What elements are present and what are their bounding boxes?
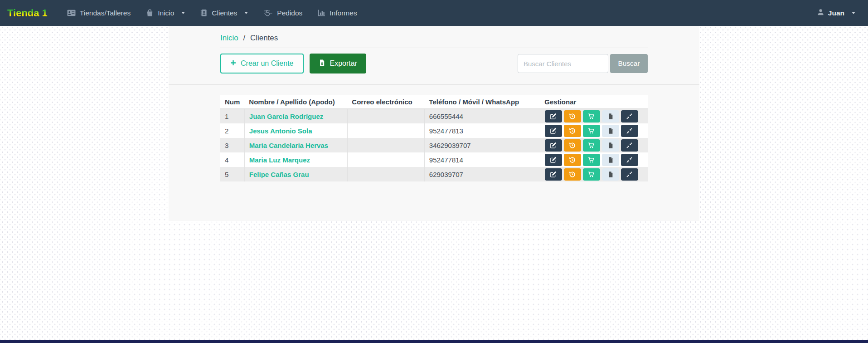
table-row: 4 Maria Luz Marquez 952477814: [220, 152, 648, 167]
cart-icon: [588, 142, 595, 149]
edit-icon: [550, 142, 557, 149]
edit-button[interactable]: [545, 154, 562, 166]
user-menu[interactable]: Juan: [811, 9, 862, 17]
client-name-link[interactable]: Felipe Cañas Grau: [249, 171, 309, 178]
row-actions: [545, 110, 643, 122]
chevron-down-icon: [244, 12, 248, 14]
nav-item-label: Clientes: [212, 9, 237, 17]
row-actions: [545, 168, 643, 181]
document-icon: [607, 142, 614, 149]
breadcrumb-separator: /: [243, 34, 245, 42]
history-icon: [569, 113, 576, 120]
nav-item-label: Inicio: [158, 9, 174, 17]
cart-button[interactable]: [583, 110, 600, 122]
breadcrumb-current: Clientes: [250, 34, 278, 42]
nav-item-label: Tiendas/Talleres: [80, 9, 131, 17]
export-label: Exportar: [330, 59, 357, 68]
clients-table: Num Nombre / Apellido (Apodo) Correo ele…: [220, 95, 648, 181]
client-name-link[interactable]: Maria Candelaria Hervas: [249, 142, 328, 149]
cart-button[interactable]: [583, 125, 600, 137]
history-icon: [569, 142, 576, 149]
edit-icon: [550, 157, 557, 163]
row-phone: 34629039707: [424, 138, 540, 152]
toolbar: Crear un Cliente Exportar Buscar: [220, 54, 648, 74]
cart-button[interactable]: [583, 139, 600, 152]
header-phone: Teléfono / Móvil / WhatsApp: [424, 95, 540, 109]
edit-icon: [550, 171, 557, 178]
cart-button[interactable]: [583, 154, 600, 166]
create-client-button[interactable]: Crear un Cliente: [220, 54, 304, 74]
compress-button[interactable]: [621, 110, 638, 122]
table-row: 1 Juan García Rodríguez 666555444: [220, 109, 648, 123]
nav-item-clientes[interactable]: Clientes: [193, 0, 256, 26]
create-client-label: Crear un Cliente: [241, 59, 294, 68]
table-row: 5 Felipe Cañas Grau 629039707: [220, 167, 648, 181]
row-actions: [545, 125, 643, 137]
chevron-down-icon: [181, 12, 185, 14]
row-actions: [545, 154, 643, 166]
row-phone: 666555444: [424, 109, 540, 123]
row-num: 4: [220, 152, 244, 167]
cart-button[interactable]: [583, 168, 600, 181]
row-email: [347, 109, 424, 123]
edit-button[interactable]: [545, 168, 562, 181]
history-icon: [569, 157, 576, 163]
history-button[interactable]: [564, 139, 581, 152]
cart-icon: [588, 171, 595, 178]
document-button[interactable]: [602, 125, 619, 137]
edit-button[interactable]: [545, 110, 562, 122]
header-name: Nombre / Apellido (Apodo): [244, 95, 347, 109]
table-header-row: Num Nombre / Apellido (Apodo) Correo ele…: [220, 95, 648, 109]
table-row: 3 Maria Candelaria Hervas 34629039707: [220, 138, 648, 152]
nav-item-inicio[interactable]: Inicio: [138, 0, 193, 26]
breadcrumb-home-link[interactable]: Inicio: [220, 34, 238, 42]
nav-item-label: Informes: [330, 9, 357, 17]
table-body: 1 Juan García Rodríguez 666555444: [220, 109, 648, 181]
compress-button[interactable]: [621, 125, 638, 137]
row-email: [347, 123, 424, 138]
search-input[interactable]: [518, 54, 608, 73]
nav-item-pedidos[interactable]: Pedidos: [256, 0, 310, 26]
navbar: Tienda 1 Tiendas/Talleres Inicio Cliente…: [0, 0, 868, 26]
bottom-accent-bar: [0, 340, 868, 343]
document-button[interactable]: [602, 154, 619, 166]
nav-item-tiendas-talleres[interactable]: Tiendas/Talleres: [59, 0, 138, 26]
edit-button[interactable]: [545, 139, 562, 152]
edit-icon: [550, 113, 557, 120]
header-email: Correo electrónico: [347, 95, 424, 109]
edit-button[interactable]: [545, 125, 562, 137]
document-icon: [607, 113, 614, 120]
cart-icon: [588, 127, 595, 134]
brand-logo[interactable]: Tienda 1: [7, 7, 48, 19]
document-button[interactable]: [602, 168, 619, 181]
row-num: 5: [220, 167, 244, 181]
user-icon: [817, 9, 824, 17]
compress-button[interactable]: [621, 168, 638, 181]
shopping-bag-icon: [146, 9, 154, 17]
history-button[interactable]: [564, 110, 581, 122]
document-button[interactable]: [602, 110, 619, 122]
compress-button[interactable]: [621, 139, 638, 152]
row-email: [347, 138, 424, 152]
history-button[interactable]: [564, 154, 581, 166]
document-icon: [607, 157, 614, 163]
history-button[interactable]: [564, 125, 581, 137]
row-email: [347, 167, 424, 181]
nav-item-label: Pedidos: [277, 9, 302, 17]
compress-icon: [626, 113, 633, 120]
client-name-link[interactable]: Maria Luz Marquez: [249, 156, 310, 164]
client-name-link[interactable]: Jesus Antonio Sola: [249, 127, 312, 135]
search-button[interactable]: Buscar: [610, 54, 648, 73]
document-icon: [607, 127, 614, 134]
nav-item-informes[interactable]: Informes: [310, 0, 364, 26]
document-button[interactable]: [602, 139, 619, 152]
client-name-link[interactable]: Juan García Rodríguez: [249, 113, 323, 120]
export-button[interactable]: Exportar: [310, 54, 366, 74]
row-num: 1: [220, 109, 244, 123]
history-button[interactable]: [564, 168, 581, 181]
header-num: Num: [220, 95, 244, 109]
compress-button[interactable]: [621, 154, 638, 166]
history-icon: [569, 171, 576, 178]
edit-icon: [550, 127, 557, 134]
address-card-icon: [67, 10, 76, 16]
